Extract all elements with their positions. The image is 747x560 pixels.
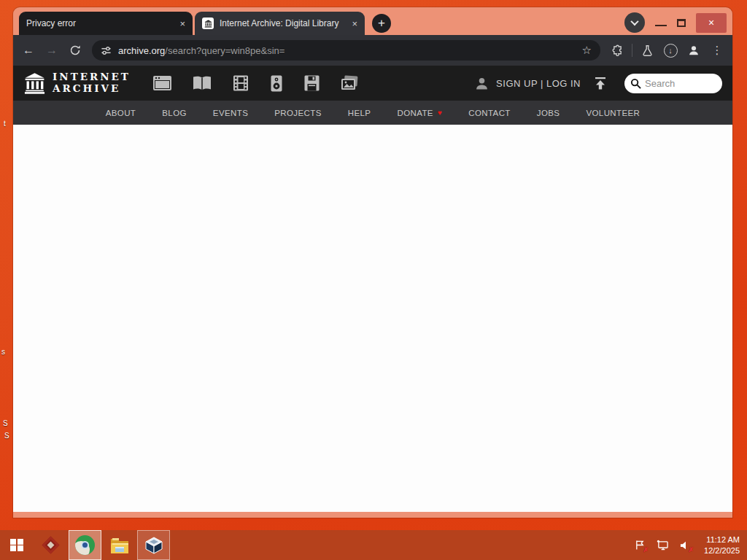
signup-login-link[interactable]: SIGN UP | LOG IN bbox=[496, 78, 581, 89]
search-input[interactable] bbox=[645, 78, 711, 89]
profile-button[interactable] bbox=[683, 39, 705, 61]
puzzle-icon bbox=[611, 44, 624, 57]
webpage-viewport: INTERNET ARCHIVE bbox=[13, 66, 732, 512]
archive-nav-bar: ABOUT BLOG EVENTS PROJECTS HELP DONATE♥ … bbox=[13, 101, 732, 125]
media-type-icons bbox=[152, 75, 359, 92]
nav-label: HELP bbox=[348, 109, 371, 117]
desktop-icon-label-fragment: s bbox=[1, 348, 10, 356]
texts-icon[interactable] bbox=[192, 75, 212, 91]
profile-icon bbox=[687, 44, 700, 57]
nav-label: BLOG bbox=[162, 109, 187, 117]
maximize-button[interactable] bbox=[677, 19, 686, 27]
images-icon[interactable] bbox=[340, 75, 359, 91]
nav-jobs[interactable]: JOBS bbox=[537, 109, 560, 117]
site-search-box[interactable] bbox=[624, 74, 722, 93]
upload-icon[interactable] bbox=[593, 76, 608, 90]
nav-blog[interactable]: BLOG bbox=[162, 109, 187, 117]
desktop-icon-label-fragment: S bbox=[3, 419, 12, 427]
archive-header: INTERNET ARCHIVE bbox=[13, 66, 732, 101]
notification-x-badge: ✗ bbox=[643, 546, 649, 553]
nav-label: CONTACT bbox=[468, 109, 511, 117]
taskbar: ✗ ✗ 11:12 AM 12/2/2025 bbox=[0, 530, 747, 560]
address-bar[interactable]: archive.org/search?query=win8pe&sin= ☆ bbox=[92, 40, 600, 61]
reload-button[interactable] bbox=[64, 39, 86, 61]
video-icon[interactable] bbox=[232, 75, 249, 91]
nav-help[interactable]: HELP bbox=[348, 109, 371, 117]
bookmark-star-icon[interactable]: ☆ bbox=[582, 44, 592, 57]
virtualbox-icon bbox=[144, 536, 163, 555]
archive-favicon-icon bbox=[202, 18, 214, 29]
tab-strip: Privacy error × Internet Archive: Digita… bbox=[13, 7, 732, 35]
minimize-button[interactable] bbox=[655, 25, 667, 27]
window-controls: × bbox=[624, 12, 727, 33]
tab-privacy-error[interactable]: Privacy error × bbox=[19, 12, 193, 35]
taskbar-clock[interactable]: 11:12 AM 12/2/2025 bbox=[701, 534, 740, 556]
archive-logo[interactable]: INTERNET ARCHIVE bbox=[23, 71, 131, 94]
new-tab-button[interactable]: + bbox=[372, 14, 391, 33]
audio-icon[interactable] bbox=[269, 75, 284, 92]
clock-time: 11:12 AM bbox=[704, 534, 740, 545]
software-icon[interactable] bbox=[303, 75, 320, 91]
taskbar-red-app-button[interactable] bbox=[34, 530, 67, 560]
nav-label: EVENTS bbox=[213, 109, 248, 117]
nav-label: JOBS bbox=[537, 109, 560, 117]
network-status-icon[interactable] bbox=[656, 540, 669, 551]
windows-logo-icon bbox=[10, 539, 23, 552]
tab-title: Internet Archive: Digital Library bbox=[220, 18, 346, 28]
tab-internet-archive[interactable]: Internet Archive: Digital Library × bbox=[195, 12, 365, 35]
download-icon: ↓ bbox=[664, 44, 678, 58]
red-app-icon bbox=[42, 536, 59, 553]
page-content-blank bbox=[13, 125, 732, 512]
archive-logo-text: INTERNET ARCHIVE bbox=[53, 71, 131, 94]
url-domain: archive.org bbox=[118, 45, 165, 56]
volume-muted-icon[interactable]: ✗ bbox=[678, 540, 692, 551]
close-window-button[interactable]: × bbox=[696, 13, 727, 33]
tab-search-button[interactable] bbox=[624, 12, 645, 33]
person-icon bbox=[474, 76, 489, 91]
site-settings-icon[interactable] bbox=[101, 45, 112, 56]
nav-label: VOLUNTEER bbox=[586, 109, 640, 117]
labs-button[interactable] bbox=[636, 39, 658, 61]
nav-contact[interactable]: CONTACT bbox=[468, 109, 511, 117]
taskbar-virtualbox-button[interactable] bbox=[137, 530, 170, 560]
downloads-button[interactable]: ↓ bbox=[659, 39, 681, 61]
browser-menu-button[interactable]: ⋮ bbox=[706, 39, 728, 61]
url-text[interactable]: archive.org/search?query=win8pe&sin= bbox=[118, 45, 576, 56]
nav-about[interactable]: ABOUT bbox=[106, 109, 136, 117]
mute-x-badge: ✗ bbox=[689, 546, 694, 553]
nav-label: PROJECTS bbox=[274, 109, 322, 117]
url-path: /search?query=win8pe&sin= bbox=[165, 45, 285, 56]
taskbar-explorer-button[interactable] bbox=[103, 530, 136, 560]
system-tray: ✗ ✗ 11:12 AM 12/2/2025 bbox=[633, 530, 747, 560]
clock-date: 12/2/2025 bbox=[704, 545, 740, 556]
nav-events[interactable]: EVENTS bbox=[213, 109, 248, 117]
archive-building-icon bbox=[23, 72, 46, 95]
tab-title: Privacy error bbox=[26, 18, 174, 28]
folder-icon bbox=[109, 537, 130, 554]
browser-toolbar: ← → archive.org/search?query=win8pe&sin=… bbox=[13, 35, 732, 66]
extensions-button[interactable] bbox=[606, 39, 628, 61]
taskbar-browser-button[interactable] bbox=[69, 530, 101, 560]
web-icon[interactable] bbox=[152, 75, 172, 91]
browser-window: Privacy error × Internet Archive: Digita… bbox=[13, 7, 732, 518]
logo-line-2: ARCHIVE bbox=[53, 83, 131, 95]
logo-line-1: INTERNET bbox=[53, 71, 131, 83]
browser-app-icon bbox=[75, 535, 95, 555]
action-center-flag-icon[interactable]: ✗ bbox=[633, 540, 646, 551]
tab-close-icon[interactable]: × bbox=[352, 19, 357, 28]
chevron-down-icon bbox=[630, 18, 638, 26]
nav-label: ABOUT bbox=[106, 109, 136, 117]
nav-volunteer[interactable]: VOLUNTEER bbox=[586, 109, 640, 117]
flask-icon bbox=[641, 44, 654, 57]
forward-button[interactable]: → bbox=[41, 39, 63, 61]
nav-donate[interactable]: DONATE♥ bbox=[397, 109, 442, 117]
header-account-area: SIGN UP | LOG IN bbox=[474, 74, 722, 93]
desktop-icon-label-fragment: S bbox=[4, 432, 13, 440]
tab-close-icon[interactable]: × bbox=[179, 19, 185, 28]
start-button[interactable] bbox=[0, 530, 34, 560]
desktop-icon-label-fragment: t bbox=[4, 120, 12, 128]
nav-label: DONATE bbox=[397, 109, 433, 117]
toolbar-separator bbox=[632, 44, 632, 57]
nav-projects[interactable]: PROJECTS bbox=[274, 109, 322, 117]
back-button[interactable]: ← bbox=[18, 39, 39, 61]
